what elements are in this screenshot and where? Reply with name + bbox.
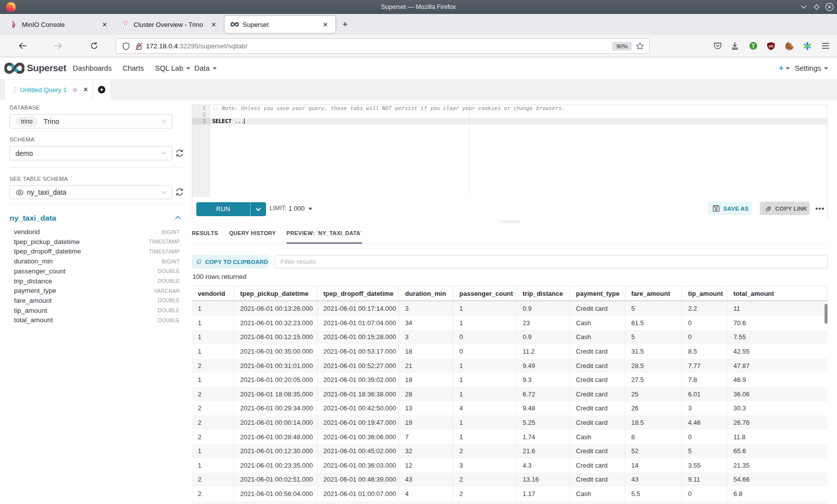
shield-icon[interactable]: [122, 42, 130, 50]
menu-button[interactable]: [817, 35, 834, 57]
firefox-nav-toolbar: 172.18.0.4:32295/superset/sqllab/ 90% uO: [0, 35, 837, 57]
schema-select[interactable]: demo: [9, 146, 172, 160]
extension-asterisk-button[interactable]: [799, 35, 815, 57]
url-text[interactable]: 172.18.0.4:32295/superset/sqllab/: [146, 42, 247, 50]
browser-tab-superset[interactable]: Superset ✕: [225, 16, 335, 33]
column-row[interactable]: tpep_pickup_datetime TIMESTAMP: [14, 237, 180, 247]
nav-settings[interactable]: Settings: [795, 57, 828, 79]
tab-close-icon[interactable]: ✕: [209, 19, 219, 29]
sql-comment-text: -- Note: Unless you save your query, the…: [212, 105, 565, 112]
column-row[interactable]: payment_type VARCHAR: [14, 286, 180, 296]
limit-value[interactable]: 1 000: [288, 198, 305, 219]
run-button[interactable]: RUN: [196, 202, 266, 216]
table-cell: 23: [517, 316, 570, 330]
limit-label: LIMIT:: [270, 198, 286, 219]
sql-keyword: SELECT: [212, 118, 232, 125]
nav-item-charts[interactable]: Charts: [123, 57, 144, 79]
table-cell: 12: [399, 458, 453, 473]
column-row[interactable]: passenger_count DOUBLE: [14, 266, 180, 276]
back-button[interactable]: [14, 35, 31, 57]
column-row[interactable]: total_amount DOUBLE: [14, 315, 180, 325]
column-row[interactable]: tpep_dropoff_datetime TIMESTAMP: [14, 247, 180, 256]
table-cell: 28: [399, 387, 453, 401]
refresh-schema-icon[interactable]: [175, 148, 184, 158]
table-cell: 9.3: [517, 373, 570, 387]
extension-cookie-button[interactable]: [781, 35, 797, 57]
more-actions-button[interactable]: •••: [814, 202, 827, 215]
window-minimize-button[interactable]: [797, 0, 810, 14]
pocket-button[interactable]: [709, 35, 725, 57]
column-row[interactable]: fare_amount DOUBLE: [14, 295, 180, 305]
table-scrollbar-thumb[interactable]: [825, 304, 828, 324]
save-as-button[interactable]: SAVE AS: [708, 202, 752, 215]
extension-privacy-button[interactable]: [745, 35, 761, 57]
collapse-chevron-up-icon[interactable]: [175, 216, 181, 220]
nav-item-sql-lab[interactable]: SQL Lab: [155, 57, 190, 79]
browser-tab-trino[interactable]: Cluster Overview - Trino ✕: [116, 16, 224, 33]
editor-line-3: SELECT ...: [210, 118, 827, 125]
table-cell: 2021-06-01 00:12:15.000: [234, 330, 317, 345]
table-row: 12021-06-01 00:13:26.0002021-06-01 00:17…: [192, 301, 828, 316]
pane-resizer-handle[interactable]: [500, 221, 520, 224]
insecure-lock-icon[interactable]: [135, 42, 143, 50]
downloads-button[interactable]: [727, 35, 743, 57]
column-type: DOUBLE: [158, 297, 180, 303]
table-cell: 0: [682, 316, 727, 330]
zoom-level-badge[interactable]: 90%: [612, 42, 632, 51]
editor-line-1: -- Note: Unless you save your query, the…: [210, 105, 827, 112]
window-maximize-button[interactable]: [810, 0, 823, 14]
extension-ublock-button[interactable]: uO: [763, 35, 779, 57]
table-cell: 1: [453, 301, 517, 316]
copy-to-clipboard-button[interactable]: COPY TO CLIPBOARD: [192, 255, 268, 268]
filter-results-input[interactable]: [275, 255, 828, 268]
table-select[interactable]: ny_taxi_data: [9, 185, 172, 199]
new-tab-button[interactable]: +: [342, 20, 348, 29]
drag-handle-icon[interactable]: [13, 87, 16, 93]
refresh-table-icon[interactable]: [175, 187, 184, 197]
column-row[interactable]: tip_amount DOUBLE: [14, 305, 180, 315]
table-cell: 2021-06-01 00:42:50.000: [317, 401, 399, 416]
nav-item-label: Data: [194, 64, 210, 72]
chevron-down-icon: [256, 208, 261, 211]
copy-link-button[interactable]: COPY LINK: [760, 202, 810, 215]
query-tab-active[interactable]: Untitled Query 1 ✕: [5, 80, 92, 100]
results-tab-2[interactable]: PREVIEW: `NY_TAXI_DATA`: [286, 230, 362, 236]
window-close-button[interactable]: [823, 0, 836, 14]
table-schema-header-name: ny_taxi_data: [9, 214, 56, 222]
column-row[interactable]: vendorid BIGINT: [14, 227, 180, 237]
superset-brand[interactable]: Superset: [4, 62, 66, 74]
table-cell: 47.87: [727, 359, 828, 373]
bookmark-star-icon[interactable]: [636, 42, 644, 50]
add-query-tab-button[interactable]: [93, 80, 110, 100]
database-value: Trino: [43, 118, 59, 126]
nav-item-label: SQL Lab: [155, 64, 183, 72]
pocket-icon: [713, 42, 722, 50]
results-tab-0[interactable]: RESULTS: [192, 230, 218, 236]
url-bar[interactable]: 172.18.0.4:32295/superset/sqllab/ 90%: [116, 38, 650, 54]
browser-tab-title: Superset: [243, 21, 269, 28]
schema-value: demo: [15, 149, 33, 157]
column-row[interactable]: trip_distance DOUBLE: [14, 276, 180, 286]
table-row: 22021-06-01 00:31:01.0002021-06-01 00:52…: [192, 359, 828, 373]
table-schema-header[interactable]: ny_taxi_data: [9, 214, 185, 224]
limit-caret-icon[interactable]: [308, 208, 312, 210]
browser-tab-minio[interactable]: MinIO Console ✕: [4, 16, 115, 33]
query-tab-close-icon[interactable]: ✕: [83, 86, 88, 93]
nav-item-dashboards[interactable]: Dashboards: [73, 57, 112, 79]
column-type: BIGINT: [162, 258, 180, 264]
forward-button[interactable]: [49, 35, 66, 57]
nav-item-data[interactable]: Data: [194, 57, 217, 79]
tab-close-icon[interactable]: ✕: [100, 19, 110, 29]
sql-editor[interactable]: 1 2 3 -- Note: Unless you save your quer…: [192, 105, 827, 197]
database-select[interactable]: trino Trino: [9, 114, 172, 128]
results-tab-1[interactable]: QUERY HISTORY: [229, 230, 276, 236]
chevron-down-icon: [824, 67, 828, 70]
nav-item-label: Dashboards: [73, 64, 112, 72]
column-row[interactable]: duration_min BIGINT: [14, 256, 180, 266]
run-dropdown-button[interactable]: [251, 208, 266, 211]
firefox-tab-strip: MinIO Console ✕ Cluster Overview - Trino…: [0, 14, 837, 35]
nav-add-button[interactable]: +: [779, 57, 790, 79]
reload-button[interactable]: [86, 35, 103, 57]
table-cell: 2021-06-01 00:17:14.000: [317, 301, 399, 316]
tab-close-icon[interactable]: ✕: [320, 19, 330, 29]
